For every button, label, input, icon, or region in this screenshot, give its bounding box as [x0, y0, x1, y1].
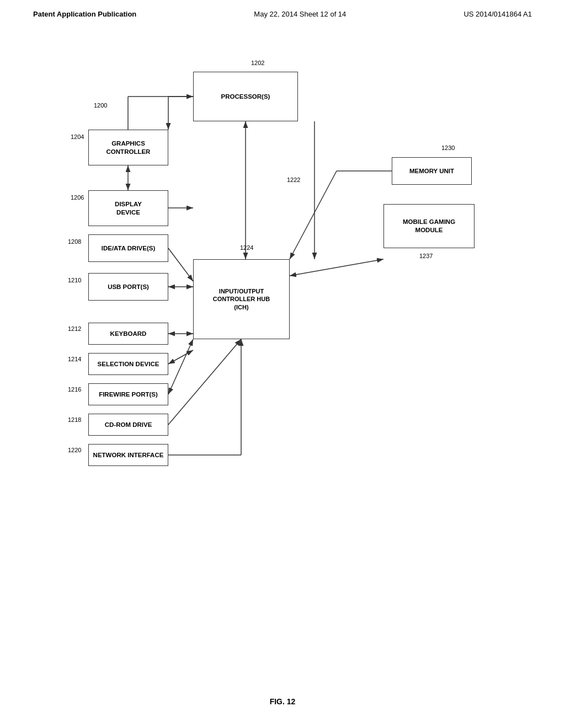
svg-line-16 — [168, 339, 241, 425]
box-network: NETWORK INTERFACE — [88, 444, 168, 466]
label-display: DISPLAY DEVICE — [115, 200, 142, 217]
ref-1206: 1206 — [71, 194, 84, 201]
ref-1218: 1218 — [68, 416, 81, 423]
header-left: Patent Application Publication — [33, 10, 136, 18]
label-ioch: INPUT/OUTPUT CONTROLLER HUB (ICH) — [213, 287, 270, 311]
figure-caption: FIG. 12 — [270, 697, 296, 706]
ref-1224: 1224 — [240, 244, 253, 251]
svg-line-14 — [168, 350, 193, 364]
page: Patent Application Publication May 22, 2… — [0, 0, 565, 728]
header-center: May 22, 2014 Sheet 12 of 14 — [254, 10, 346, 18]
ref-1208: 1208 — [68, 238, 81, 245]
label-memory: MEMORY UNIT — [409, 167, 454, 175]
ref-1204: 1204 — [71, 133, 84, 140]
label-network: NETWORK INTERFACE — [93, 451, 164, 459]
ref-1220: 1220 — [68, 447, 81, 453]
ref-1216: 1216 — [68, 386, 81, 393]
box-selection: SELECTION DEVICE — [88, 353, 168, 375]
svg-line-15 — [168, 339, 193, 394]
label-selection: SELECTION DEVICE — [98, 360, 159, 368]
ref-1210: 1210 — [68, 277, 81, 283]
box-firewire: FIREWIRE PORT(S) — [88, 383, 168, 405]
label-keyboard: KEYBOARD — [110, 330, 147, 338]
page-header: Patent Application Publication May 22, 2… — [0, 0, 565, 24]
svg-line-11 — [168, 248, 193, 281]
label-processor: PROCESSOR(S) — [221, 93, 270, 101]
diagram: PROCESSOR(S) 1202 1200 GRAPHICS CONTROLL… — [33, 44, 532, 684]
ref-1200: 1200 — [94, 102, 107, 109]
ref-1222: 1222 — [287, 176, 300, 183]
box-keyboard: KEYBOARD — [88, 323, 168, 345]
ref-1202: 1202 — [251, 60, 264, 66]
label-mobile: MOBILE GAMING MODULE — [403, 218, 455, 234]
ref-1230: 1230 — [441, 144, 455, 151]
label-graphics: GRAPHICS CONTROLLER — [106, 140, 151, 156]
box-display: DISPLAY DEVICE — [88, 190, 168, 226]
box-graphics: GRAPHICS CONTROLLER — [88, 130, 168, 165]
label-usb: USB PORT(S) — [108, 283, 149, 291]
svg-line-20 — [290, 171, 337, 259]
box-memory: MEMORY UNIT — [392, 157, 472, 185]
box-processor: PROCESSOR(S) — [193, 72, 298, 121]
label-firewire: FIREWIRE PORT(S) — [99, 390, 158, 399]
box-cdrom: CD-ROM DRIVE — [88, 414, 168, 436]
header-right: US 2014/0141864 A1 — [463, 10, 532, 18]
label-cdrom: CD-ROM DRIVE — [105, 421, 152, 429]
svg-line-21 — [290, 259, 383, 276]
ref-1214: 1214 — [68, 356, 81, 362]
ref-1237: 1237 — [419, 253, 433, 259]
ref-1212: 1212 — [68, 325, 81, 332]
box-ioch: INPUT/OUTPUT CONTROLLER HUB (ICH) — [193, 259, 290, 339]
box-usb: USB PORT(S) — [88, 273, 168, 301]
box-ide: IDE/ATA DRIVE(S) — [88, 234, 168, 262]
box-mobile: MOBILE GAMING MODULE — [383, 204, 475, 248]
label-ide: IDE/ATA DRIVE(S) — [102, 244, 156, 253]
